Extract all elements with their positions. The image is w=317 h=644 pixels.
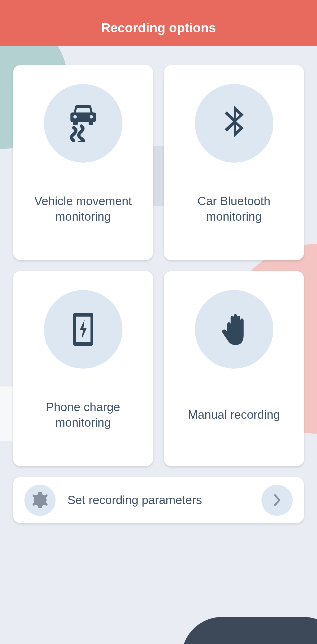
- card-icon-circle: [44, 290, 122, 369]
- card-label: Car Bluetooth monitoring: [164, 193, 304, 224]
- chevron-circle: [261, 485, 293, 516]
- bluetooth-icon: [221, 106, 248, 141]
- hand-icon: [219, 310, 249, 348]
- option-card-manual[interactable]: Manual recording: [164, 271, 304, 466]
- decorative-blob: [182, 617, 317, 644]
- content-area: Vehicle movement monitoring Car Bluetoot…: [0, 46, 317, 523]
- header-bar: Recording options: [0, 0, 317, 46]
- card-icon-circle: [195, 84, 273, 163]
- options-grid: Vehicle movement monitoring Car Bluetoot…: [13, 65, 304, 466]
- card-label: Phone charge monitoring: [13, 399, 153, 430]
- settings-icon-circle: [24, 485, 56, 516]
- option-card-phone-charge[interactable]: Phone charge monitoring: [13, 271, 153, 466]
- gear-icon: [32, 492, 48, 508]
- car-skid-icon: [66, 104, 101, 142]
- card-label: Manual recording: [180, 407, 288, 422]
- settings-label: Set recording parameters: [67, 493, 261, 507]
- card-label: Vehicle movement monitoring: [13, 193, 153, 224]
- page-title: Recording options: [101, 20, 216, 35]
- option-card-bluetooth[interactable]: Car Bluetooth monitoring: [164, 65, 304, 260]
- chevron-right-icon: [273, 494, 281, 506]
- card-icon-circle: [195, 290, 273, 369]
- set-parameters-row[interactable]: Set recording parameters: [13, 477, 304, 523]
- phone-charge-icon: [71, 312, 95, 347]
- card-icon-circle: [44, 84, 122, 163]
- option-card-vehicle-movement[interactable]: Vehicle movement monitoring: [13, 65, 153, 260]
